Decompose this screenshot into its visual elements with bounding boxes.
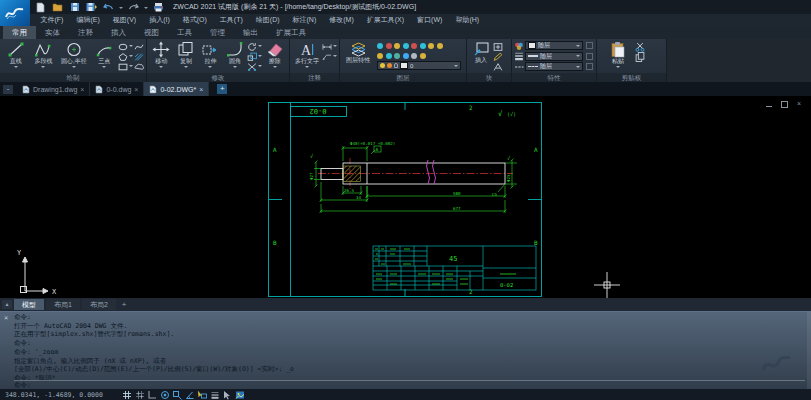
rectangle-dropdown-icon[interactable] <box>129 65 133 69</box>
plot-button[interactable] <box>152 2 165 13</box>
ribbon-tab-express[interactable]: 扩展工具 <box>267 26 315 39</box>
layer-state-icon[interactable] <box>403 53 409 59</box>
menu-help[interactable]: 帮助(H) <box>449 14 486 26</box>
create-block-icon[interactable] <box>493 42 503 52</box>
cut-icon[interactable] <box>635 42 645 52</box>
linetype-launcher-icon[interactable] <box>586 63 593 70</box>
clipboard-panel-label[interactable]: 剪贴板 <box>597 73 666 82</box>
doc-tab-0-0[interactable]: 0-0.dwg × <box>90 82 144 96</box>
polygon-dropdown-icon[interactable] <box>129 55 133 59</box>
layer-freeze-icon[interactable] <box>387 63 392 68</box>
dimension-icon[interactable] <box>322 42 332 52</box>
edit-block-icon[interactable] <box>493 52 503 62</box>
polyline-dropdown-icon[interactable] <box>41 66 45 70</box>
doc-tab-drawing1[interactable]: Drawing1.dwg × <box>17 82 90 96</box>
menu-insert[interactable]: 插入(I) <box>143 14 177 26</box>
ribbon-tab-output[interactable]: 输出 <box>234 26 267 39</box>
layer-color-swatch[interactable] <box>400 62 408 69</box>
layer-properties-button[interactable]: 图层特性 <box>342 40 374 64</box>
ortho-toggle-icon[interactable] <box>147 390 157 400</box>
menu-file[interactable]: 文件(F) <box>34 14 70 26</box>
copy-clip-icon[interactable] <box>635 52 645 62</box>
linetype-dropdown[interactable]: 随层 <box>525 62 583 71</box>
circle-button[interactable]: 圆心,半径 <box>57 40 90 70</box>
layer-state-icon[interactable] <box>394 53 400 59</box>
otrack-toggle-icon[interactable] <box>172 390 182 400</box>
layer-state-icon[interactable] <box>437 43 443 49</box>
menu-view[interactable]: 视图(V) <box>106 14 142 26</box>
lineweight-dropdown[interactable]: 随层 <box>525 52 583 61</box>
dynamic-input-toggle-icon[interactable] <box>197 390 207 400</box>
modify-panel-label[interactable]: 修改 <box>147 73 289 82</box>
color-dropdown[interactable]: 随层 <box>525 41 583 50</box>
menu-modify[interactable]: 修改(M) <box>323 14 361 26</box>
dimension-dropdown-icon[interactable] <box>333 45 337 49</box>
layer-state-icon[interactable] <box>403 43 409 49</box>
mtext-button[interactable]: A 多行文字 <box>292 40 322 70</box>
doc-tab-0-02-active[interactable]: 0-02.DWG* × <box>144 82 209 96</box>
polar-toggle-icon[interactable] <box>185 390 195 400</box>
mtext-dropdown-icon[interactable] <box>305 66 309 70</box>
ribbon-tab-manage[interactable]: 管理 <box>201 26 234 39</box>
ribbon-tab-home[interactable]: 常用 <box>3 26 36 39</box>
cmd-collapse-button[interactable]: ▴ <box>2 300 12 309</box>
ribbon-tab-insert[interactable]: 插入 <box>102 26 135 39</box>
ribbon-tab-solid[interactable]: 实体 <box>36 26 69 39</box>
lineweight-launcher-icon[interactable] <box>586 53 593 60</box>
ellipse-dropdown-icon[interactable] <box>129 45 133 49</box>
properties-launcher-icon[interactable] <box>586 42 593 49</box>
line-button[interactable]: 直线 <box>2 40 30 70</box>
menu-express[interactable]: 扩展工具(X) <box>360 14 410 26</box>
menu-edit[interactable]: 编辑(E) <box>70 14 106 26</box>
polygon-icon[interactable] <box>118 52 128 62</box>
layer-dropdown-caret-icon[interactable] <box>454 65 458 69</box>
new-doc-tab-button[interactable]: + <box>217 84 227 94</box>
ellipse-icon[interactable] <box>118 42 128 52</box>
copy-dropdown-icon[interactable] <box>184 66 188 70</box>
ribbon-tab-tools[interactable]: 工具 <box>168 26 201 39</box>
circle-dropdown-icon[interactable] <box>72 66 76 70</box>
polyline-button[interactable]: 多段线 <box>30 40 58 70</box>
linetype-dropdown-caret-icon[interactable] <box>576 66 580 70</box>
annotation-monitor-icon[interactable] <box>235 390 245 400</box>
layer-state-icon[interactable] <box>428 43 434 49</box>
save-as-button[interactable] <box>85 2 98 13</box>
snap-toggle-icon[interactable] <box>135 390 145 400</box>
move-dropdown-icon[interactable] <box>159 66 163 70</box>
layer-state-icon[interactable] <box>377 43 383 49</box>
line-dropdown-icon[interactable] <box>14 66 18 70</box>
draw-panel-label[interactable]: 绘制 <box>0 73 146 82</box>
fillet-dropdown-icon[interactable] <box>233 66 237 70</box>
define-attribute-icon[interactable] <box>493 62 503 72</box>
menu-format[interactable]: 格式(O) <box>176 14 213 26</box>
layer-state-icon[interactable] <box>386 43 392 49</box>
command-input[interactable]: 命令: <box>14 380 805 389</box>
tab-model[interactable]: 模型 <box>14 299 44 310</box>
arc-dropdown-icon[interactable] <box>102 66 106 70</box>
layer-state-icon[interactable] <box>386 53 392 59</box>
command-window[interactable]: × 命令: 打开一个 AutoCAD 2004 DWG 文件. 正在用字型[si… <box>0 311 811 390</box>
doc-tab-close-icon[interactable]: × <box>80 86 84 93</box>
tab-layout2[interactable]: 布局2 <box>82 299 116 310</box>
annotate-panel-label[interactable]: 注释 <box>290 73 339 82</box>
doc-restore-icon[interactable] <box>781 101 788 108</box>
copy-button[interactable]: 复制 <box>174 40 199 70</box>
layer-state-icon[interactable] <box>411 53 417 59</box>
revcloud-icon[interactable] <box>134 62 144 72</box>
layer-lock-icon[interactable] <box>394 63 398 68</box>
erase-button[interactable]: 擦除 <box>262 40 287 70</box>
menu-window[interactable]: 窗口(W) <box>411 14 449 26</box>
paste-button[interactable]: 粘贴 <box>605 40 631 70</box>
rectangle-icon[interactable] <box>118 62 128 72</box>
zwcad-logo-icon[interactable] <box>0 0 30 26</box>
menu-dimension[interactable]: 标注(N) <box>286 14 323 26</box>
command-close-icon[interactable]: × <box>4 314 8 322</box>
doc-tab-close-icon[interactable]: × <box>134 86 138 93</box>
tab-layout1[interactable]: 布局1 <box>46 299 80 310</box>
fillet-button[interactable]: 圆角 <box>223 40 248 70</box>
scale-icon[interactable] <box>247 52 257 62</box>
doc-tab-close-icon[interactable]: × <box>199 86 203 93</box>
block-panel-label[interactable]: 块 <box>467 73 511 82</box>
save-button[interactable] <box>68 2 81 13</box>
spline-icon[interactable] <box>134 42 144 52</box>
